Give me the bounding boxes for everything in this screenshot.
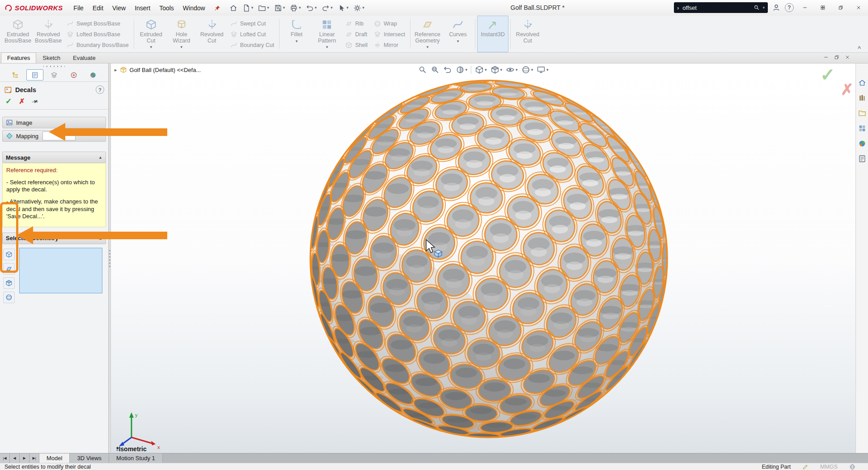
group-message-header[interactable]: Message ▲ <box>2 152 106 163</box>
ribbon-button-draft[interactable]: Draft <box>343 29 370 39</box>
view-settings-button[interactable]: ▾ <box>537 65 549 74</box>
tab-property-manager[interactable] <box>26 69 43 80</box>
menu-edit[interactable]: Edit <box>88 3 108 13</box>
zoom-to-area-button[interactable] <box>430 65 439 74</box>
ribbon-button-wrap[interactable]: Wrap <box>372 18 407 29</box>
design-library-tab[interactable] <box>858 94 866 102</box>
ribbon-button-extruded-cut[interactable]: Extruded Cut ▾ <box>136 16 166 52</box>
ribbon-button-mirror[interactable]: Mirror <box>372 40 407 50</box>
tab-sketch[interactable]: Sketch <box>36 52 67 63</box>
ribbon-button-lofted-boss[interactable]: Lofted Boss/Base <box>64 29 131 39</box>
breadcrumb[interactable]: ▸ Golf Ball (Default) <<Defa... <box>114 66 201 73</box>
selection-listbox[interactable] <box>19 248 102 293</box>
ribbon-collapse-icon[interactable]: ^ <box>858 45 861 51</box>
golf-ball-canvas[interactable] <box>111 64 855 453</box>
tab-3d-views[interactable]: 3D Views <box>70 453 109 463</box>
ribbon-button-fillet[interactable]: Fillet ▾ <box>281 16 312 52</box>
user-account-button[interactable] <box>772 4 780 12</box>
search-box[interactable]: › ▾ <box>674 2 768 13</box>
save-button[interactable]: ▾ <box>272 3 287 13</box>
menu-tools[interactable]: Tools <box>155 3 178 13</box>
panel-help-button[interactable]: ? <box>96 85 104 94</box>
ribbon-button-lofted-cut[interactable]: Lofted Cut <box>228 29 276 39</box>
select-tool-button[interactable]: ▾ <box>336 3 351 13</box>
menu-view[interactable]: View <box>108 3 130 13</box>
tab-feature-manager[interactable] <box>7 69 24 80</box>
view-palette-tab[interactable] <box>858 124 866 132</box>
tab-scroll-first-button[interactable]: |◀ <box>0 453 10 463</box>
ribbon-button-boundary-boss[interactable]: Boundary Boss/Base <box>64 40 131 50</box>
doc-restore-icon[interactable] <box>834 55 839 60</box>
zoom-to-fit-button[interactable] <box>418 65 427 74</box>
hide-show-items-button[interactable]: ▾ <box>506 65 518 74</box>
layout-grid-button[interactable] <box>816 3 830 13</box>
ribbon-button-instant3d[interactable]: Instant3D <box>477 16 508 52</box>
panel-splitter-handle[interactable] <box>43 65 65 68</box>
print-button[interactable]: ▾ <box>288 3 303 13</box>
graphics-viewport[interactable]: ▸ Golf Ball (Default) <<Defa... ▾ ▾ ▾ ▾ … <box>111 64 855 453</box>
home-button[interactable] <box>228 3 239 13</box>
view-orientation-button[interactable]: ▾ <box>475 65 487 74</box>
open-button[interactable]: ▾ <box>256 3 271 13</box>
close-button[interactable] <box>852 3 865 13</box>
previous-view-button[interactable] <box>443 65 452 74</box>
tab-dimxpert-manager[interactable] <box>65 69 82 80</box>
doc-close-icon[interactable] <box>845 55 850 60</box>
tab-features[interactable]: Features <box>1 52 36 63</box>
ok-button[interactable]: ✓ <box>5 97 12 106</box>
options-button[interactable]: ▾ <box>351 3 366 13</box>
redo-button[interactable]: ▾ <box>320 3 334 13</box>
tab-motion-study[interactable]: Motion Study 1 <box>109 453 163 463</box>
appearances-tab[interactable] <box>858 140 866 148</box>
globe-icon[interactable] <box>849 464 855 470</box>
tab-display-manager[interactable] <box>85 69 102 80</box>
select-all-button[interactable] <box>3 292 15 303</box>
restore-button[interactable] <box>834 3 847 13</box>
ribbon-button-swept-boss[interactable]: Swept Boss/Base <box>64 18 131 29</box>
tab-scroll-next-button[interactable]: ▶ <box>20 453 30 463</box>
ribbon-button-curves[interactable]: Curves ▾ <box>443 16 473 52</box>
section-view-button[interactable]: ▾ <box>455 65 467 74</box>
search-dropdown-icon[interactable]: ▾ <box>762 6 765 10</box>
search-icon[interactable] <box>754 4 760 11</box>
minimize-button[interactable] <box>798 3 812 13</box>
menu-window[interactable]: Window <box>178 3 210 13</box>
confirmation-corner-cancel[interactable]: ✗ <box>841 80 854 98</box>
ribbon-button-hole-wizard[interactable]: Hole Wizard ▾ <box>166 16 197 52</box>
help-button[interactable]: ? <box>785 3 794 12</box>
tab-model[interactable]: Model <box>39 453 70 463</box>
ribbon-button-intersect[interactable]: Intersect <box>372 29 407 39</box>
ribbon-button-linear-pattern[interactable]: Linear Pattern ▾ <box>312 16 342 52</box>
undo-button[interactable]: ▾ <box>304 3 319 13</box>
tab-evaluate[interactable]: Evaluate <box>67 52 102 63</box>
ribbon-button-boundary-cut[interactable]: Boundary Cut <box>228 40 276 50</box>
breadcrumb-label[interactable]: Golf Ball (Default) <<Defa... <box>130 67 201 73</box>
ribbon-button-revolved-boss[interactable]: Revolved Boss/Base <box>33 16 64 52</box>
ribbon-button-reference-geometry[interactable]: Reference Geometry ▾ <box>412 16 443 52</box>
tab-scroll-last-button[interactable]: ▶| <box>30 453 39 463</box>
menu-insert[interactable]: Insert <box>130 3 155 13</box>
menu-file[interactable]: File <box>69 3 88 13</box>
tab-configuration-manager[interactable] <box>46 69 63 80</box>
ribbon-button-revolved-cut-2[interactable]: Revolved Cut <box>512 16 543 52</box>
custom-properties-tab[interactable] <box>858 155 866 163</box>
ribbon-button-extruded-boss[interactable]: Extruded Boss/Base <box>3 16 33 52</box>
resources-tab[interactable] <box>858 79 866 87</box>
file-explorer-tab[interactable] <box>858 109 866 117</box>
new-document-button[interactable]: ▾ <box>241 3 255 13</box>
breadcrumb-expand-icon[interactable]: ▸ <box>114 67 117 73</box>
doc-minimize-icon[interactable] <box>823 55 829 60</box>
collapse-chevron-icon[interactable]: ▲ <box>98 155 102 160</box>
cancel-button[interactable]: ✗ <box>19 97 25 106</box>
display-style-button[interactable]: ▾ <box>490 65 502 74</box>
ribbon-button-rib[interactable]: Rib <box>343 18 370 29</box>
menu-pin-icon[interactable] <box>214 5 220 11</box>
confirmation-corner-ok[interactable]: ✓ <box>820 64 835 85</box>
keep-visible-pin-button[interactable] <box>31 97 39 106</box>
ribbon-button-shell[interactable]: Shell <box>343 40 370 50</box>
divider-handle[interactable] <box>109 249 110 267</box>
edit-appearance-button[interactable]: ▾ <box>521 65 534 74</box>
tab-scroll-prev-button[interactable]: ◀ <box>10 453 20 463</box>
units-selector[interactable]: MMGS <box>820 464 838 470</box>
select-bodies-button[interactable] <box>3 277 15 289</box>
